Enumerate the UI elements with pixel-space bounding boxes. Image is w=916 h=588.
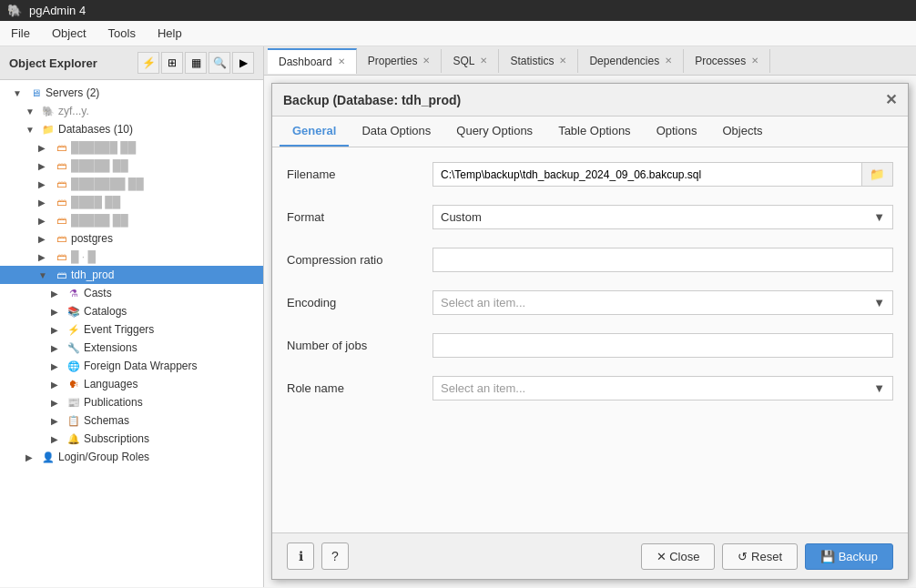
- toggle-servers: ▼: [13, 88, 25, 98]
- dialog-tab-query-options-label: Query Options: [456, 124, 533, 137]
- dialog-tab-general[interactable]: General: [280, 117, 349, 147]
- compression-label: Compression ratio: [287, 253, 433, 267]
- jobs-input[interactable]: [433, 333, 893, 358]
- menu-help[interactable]: Help: [147, 23, 193, 44]
- help-button[interactable]: ?: [321, 542, 349, 570]
- jobs-control: [433, 333, 893, 358]
- oe-table-btn[interactable]: ▦: [185, 52, 207, 74]
- encoding-select[interactable]: Select an item... ▼: [433, 290, 893, 315]
- db-3-label: ███████ ██: [71, 177, 144, 190]
- db-1-icon: 🗃: [54, 140, 68, 155]
- role-control: Select an item... ▼: [433, 376, 893, 400]
- oe-tree: ▼ 🖥 Servers (2) ▼ 🐘 zyf...y. ▼ 📁 Databas…: [0, 80, 263, 587]
- tab-statistics-close[interactable]: ✕: [559, 56, 566, 66]
- compression-input[interactable]: [433, 248, 893, 272]
- tree-schemas[interactable]: ▶ 📋 Schemas: [0, 411, 263, 430]
- title-bar: 🐘 pgAdmin 4: [0, 0, 916, 21]
- filename-input[interactable]: [433, 162, 862, 187]
- extensions-icon: 🔧: [66, 340, 81, 355]
- dialog-tab-data-options[interactable]: Data Options: [349, 117, 443, 147]
- db-3-icon: 🗃: [54, 177, 68, 191]
- encoding-control: Select an item... ▼: [433, 290, 893, 315]
- oe-title: Object Explorer: [9, 56, 97, 70]
- postgres-server-label: zyf...y.: [58, 105, 89, 117]
- tree-postgres-server[interactable]: ▼ 🐘 zyf...y.: [0, 102, 263, 120]
- tree-db-postgres[interactable]: ▶ 🗃 postgres: [0, 229, 263, 248]
- format-select[interactable]: Custom ▼: [433, 205, 893, 229]
- backup-icon: 💾: [820, 550, 835, 563]
- schemas-label: Schemas: [84, 414, 129, 427]
- dialog-tab-options[interactable]: Options: [644, 117, 710, 147]
- tree-event-triggers[interactable]: ▶ ⚡ Event Triggers: [0, 320, 263, 339]
- dialog-tab-table-options[interactable]: Table Options: [545, 117, 644, 147]
- tab-dependencies[interactable]: Dependencies ✕: [578, 49, 684, 73]
- menu-tools[interactable]: Tools: [97, 23, 147, 44]
- tab-processes-close[interactable]: ✕: [751, 56, 758, 66]
- backup-button[interactable]: 💾 Backup: [805, 543, 893, 570]
- tree-fdw[interactable]: ▶ 🌐 Foreign Data Wrappers: [0, 357, 263, 375]
- tree-db-5[interactable]: ▶ 🗃 █████ ██: [0, 211, 263, 229]
- tree-subscriptions[interactable]: ▶ 🔔 Subscriptions: [0, 430, 263, 448]
- catalogs-icon: 📚: [66, 304, 81, 319]
- tab-dashboard[interactable]: Dashboard ✕: [268, 48, 357, 74]
- tree-servers[interactable]: ▼ 🖥 Servers (2): [0, 84, 263, 102]
- tab-sql-close[interactable]: ✕: [480, 56, 487, 66]
- menu-file[interactable]: File: [0, 23, 41, 44]
- filename-browse-btn[interactable]: 📁: [862, 162, 893, 187]
- tab-properties-close[interactable]: ✕: [422, 56, 430, 66]
- role-arrow-icon: ▼: [873, 381, 885, 395]
- tree-db-3[interactable]: ▶ 🗃 ███████ ██: [0, 175, 263, 193]
- tab-properties-label: Properties: [368, 55, 418, 67]
- tree-db-1[interactable]: ▶ 🗃 ██████ ██: [0, 138, 263, 157]
- info-button[interactable]: ℹ: [287, 542, 314, 570]
- oe-terminal-btn[interactable]: ▶: [232, 52, 254, 74]
- tab-properties[interactable]: Properties ✕: [357, 49, 443, 73]
- event-triggers-label: Event Triggers: [84, 323, 154, 336]
- tree-db-2[interactable]: ▶ 🗃 █████ ██: [0, 157, 263, 175]
- dialog-tab-data-options-label: Data Options: [361, 124, 431, 137]
- tree-db-4[interactable]: ▶ 🗃 ████ ██: [0, 193, 263, 211]
- role-placeholder: Select an item...: [441, 381, 525, 395]
- databases-label: Databases (10): [58, 123, 133, 136]
- oe-search-btn[interactable]: 🔍: [209, 52, 230, 74]
- tab-statistics[interactable]: Statistics ✕: [499, 49, 578, 73]
- tree-db-6[interactable]: ▶ 🗃 █ · █: [0, 248, 263, 266]
- oe-connect-btn[interactable]: ⚡: [137, 52, 159, 74]
- tree-extensions[interactable]: ▶ 🔧 Extensions: [0, 339, 263, 357]
- role-select[interactable]: Select an item... ▼: [433, 376, 893, 400]
- tree-casts[interactable]: ▶ ⚗ Casts: [0, 284, 263, 302]
- tree-databases[interactable]: ▼ 📁 Databases (10): [0, 120, 263, 138]
- tab-processes[interactable]: Processes ✕: [684, 49, 770, 73]
- dialog-close-btn[interactable]: ✕: [885, 91, 897, 108]
- format-arrow-icon: ▼: [873, 210, 885, 224]
- tab-sql[interactable]: SQL ✕: [442, 49, 499, 73]
- close-button[interactable]: ✕ Close: [641, 543, 716, 570]
- dialog-tab-options-label: Options: [656, 124, 697, 137]
- dialog-tab-general-label: General: [292, 124, 336, 137]
- event-triggers-icon: ⚡: [66, 322, 81, 337]
- tree-login-roles[interactable]: ▶ 👤 Login/Group Roles: [0, 448, 263, 466]
- servers-label: Servers (2): [46, 86, 99, 99]
- tab-dashboard-close[interactable]: ✕: [338, 56, 345, 66]
- tree-languages[interactable]: ▶ 🗣 Languages: [0, 375, 263, 393]
- tab-dependencies-close[interactable]: ✕: [665, 56, 672, 66]
- login-roles-label: Login/Group Roles: [58, 451, 149, 463]
- dialog-title-text: Backup (Database: tdh_prod): [283, 93, 461, 107]
- app-title: pgAdmin 4: [29, 4, 86, 17]
- tab-processes-label: Processes: [695, 55, 746, 67]
- dialog-tab-objects[interactable]: Objects: [709, 117, 775, 147]
- backup-dialog: Backup (Database: tdh_prod) ✕ General Da…: [271, 83, 909, 580]
- reset-button[interactable]: ↺ Reset: [722, 543, 798, 570]
- tree-publications[interactable]: ▶ 📰 Publications: [0, 393, 263, 411]
- db-postgres-icon: 🗃: [54, 231, 68, 246]
- languages-icon: 🗣: [66, 377, 81, 391]
- filename-row: Filename 📁: [287, 162, 893, 187]
- role-row: Role name Select an item... ▼: [287, 376, 893, 400]
- dialog-body: Filename 📁 Format Custom ▼: [272, 147, 908, 532]
- postgres-server-icon: 🐘: [41, 104, 56, 118]
- oe-grid-btn[interactable]: ⊞: [161, 52, 183, 74]
- tree-db-tdh-prod[interactable]: ▼ 🗃 tdh_prod: [0, 266, 263, 284]
- tree-catalogs[interactable]: ▶ 📚 Catalogs: [0, 302, 263, 320]
- menu-object[interactable]: Object: [41, 23, 97, 44]
- dialog-tab-query-options[interactable]: Query Options: [443, 117, 545, 147]
